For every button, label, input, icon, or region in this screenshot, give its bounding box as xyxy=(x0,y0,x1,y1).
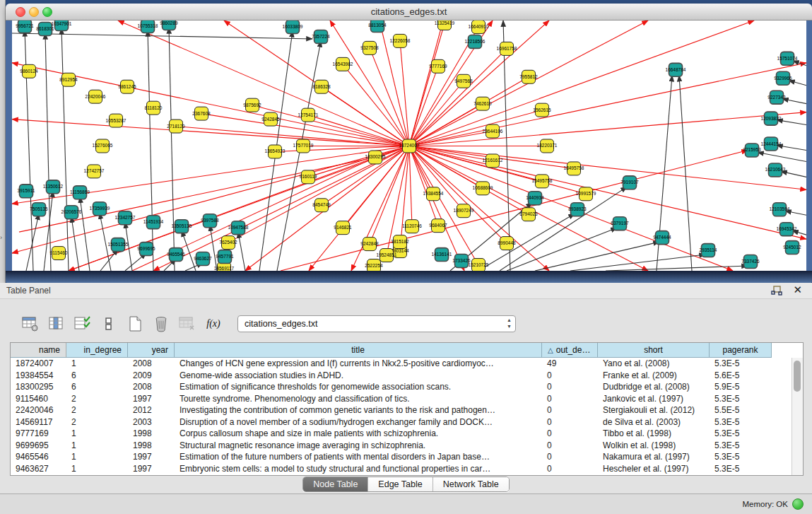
graph-node[interactable]: 9699695 xyxy=(137,243,155,256)
table-cell[interactable]: 0 xyxy=(542,417,598,427)
table-cell[interactable]: 2008 xyxy=(128,358,175,368)
table-cell[interactable]: 5.9E-5 xyxy=(710,382,772,392)
table-cell[interactable]: 49 xyxy=(542,358,598,368)
table-cell[interactable]: 1997 xyxy=(128,394,175,404)
column-header-year[interactable]: year xyxy=(128,343,175,358)
graph-node[interactable]: 1562615 xyxy=(533,103,551,117)
table-cell[interactable]: 0 xyxy=(542,464,598,474)
graph-node[interactable]: 9457791 xyxy=(216,250,234,264)
graph-node[interactable]: 8215953 xyxy=(743,144,761,157)
graph-node[interactable]: 9861245 xyxy=(118,80,136,93)
graph-node[interactable]: 13505135 xyxy=(172,220,192,233)
graph-node[interactable]: 2935114 xyxy=(700,244,717,257)
graph-node[interactable]: 7955812 xyxy=(519,70,538,83)
table-row[interactable]: 946362711997Embryonic stem cells: a mode… xyxy=(11,463,803,475)
table-cell[interactable]: Investigating the contribution of common… xyxy=(175,405,542,415)
table-cell[interactable]: 1 xyxy=(66,440,128,450)
table-cell[interactable]: 9463627 xyxy=(11,464,66,474)
graph-node[interactable]: 20206576 xyxy=(61,206,82,219)
table-cell[interactable]: 18724007 xyxy=(11,358,66,368)
graph-node[interactable]: 9684067 xyxy=(429,219,447,233)
delete-table-icon[interactable] xyxy=(178,314,196,334)
graph-node[interactable]: 12754171 xyxy=(298,108,319,122)
graph-node[interactable]: 9397588 xyxy=(201,214,219,228)
table-row[interactable]: 1938455462009Genome-wide association stu… xyxy=(11,370,803,382)
table-cell[interactable]: 0 xyxy=(542,370,598,380)
column-header-title[interactable]: title xyxy=(175,343,542,358)
column-header-name[interactable]: name xyxy=(11,343,66,358)
graph-node[interactable]: 9242848 xyxy=(360,238,379,251)
table-cell[interactable]: 9115460 xyxy=(11,394,66,404)
graph-node[interactable]: 8938923 xyxy=(568,203,587,216)
graph-node[interactable]: 9115460 xyxy=(50,247,68,260)
table-cell[interactable]: 9465546 xyxy=(11,452,66,462)
table-cell[interactable]: Genome-wide association studies in ADHD. xyxy=(175,370,542,380)
graph-node[interactable]: 15276065 xyxy=(93,139,113,153)
graph-node[interactable]: 11156869 xyxy=(70,186,90,199)
graph-node[interactable]: 9860124 xyxy=(20,64,38,78)
graph-node[interactable]: 14136141 xyxy=(432,248,452,262)
table-cell[interactable]: Yano et al. (2008) xyxy=(598,358,710,368)
table-row[interactable]: 977716911998Corpus callosum shape and si… xyxy=(11,428,803,440)
table-cell[interactable]: 0 xyxy=(542,394,598,404)
graph-node[interactable]: 9777169 xyxy=(429,59,447,73)
table-cell[interactable]: Embryonic stem cells: a model to study s… xyxy=(175,464,542,474)
graph-node[interactable]: 15495758 xyxy=(532,175,553,188)
show-columns-icon[interactable] xyxy=(47,314,66,334)
table-row[interactable]: 969969511998Structural magnetic resonanc… xyxy=(11,440,803,452)
table-cell[interactable]: 1 xyxy=(66,358,128,368)
graph-node[interactable]: 7462610 xyxy=(473,97,492,110)
table-cell[interactable]: de Silva et al. (2003) xyxy=(598,417,710,427)
graph-node[interactable]: 9474444 xyxy=(653,231,671,245)
graph-node[interactable]: 18907249 xyxy=(454,204,474,218)
graph-node[interactable]: 12742757 xyxy=(84,165,105,178)
function-builder-icon[interactable]: f(x) xyxy=(204,314,223,334)
graph-node[interactable]: 9497568 xyxy=(454,74,473,88)
table-cell[interactable]: 1998 xyxy=(128,440,175,450)
graph-node[interactable]: 11325419 xyxy=(435,21,455,30)
table-chooser-dropdown[interactable]: citations_edges.txt ▲▼ xyxy=(237,315,516,332)
table-cell[interactable]: 0 xyxy=(542,405,598,415)
graph-node[interactable]: 11350612 xyxy=(43,180,64,194)
graph-node[interactable]: 1815182 xyxy=(391,235,409,249)
graph-node[interactable]: 2367608 xyxy=(192,107,211,120)
table-cell[interactable]: 9777169 xyxy=(11,428,66,438)
cell-mode-icon[interactable] xyxy=(100,314,118,334)
graph-node[interactable]: 15751074 xyxy=(777,52,798,65)
table-row[interactable]: 946554611997Estimation of the future num… xyxy=(11,451,803,463)
table-cell[interactable]: 6 xyxy=(66,382,128,392)
graph-node[interactable]: 18300295 xyxy=(365,151,386,164)
table-cell[interactable]: 5.3E-5 xyxy=(710,452,772,462)
graph-node[interactable]: 7357224 xyxy=(312,30,330,43)
table-cell[interactable]: Tibbo et al. (1998) xyxy=(598,428,710,438)
column-header-short[interactable]: short xyxy=(598,343,710,358)
graph-node[interactable]: 7625402 xyxy=(219,236,237,250)
table-cell[interactable]: 2 xyxy=(66,394,128,404)
graph-node[interactable]: 8990448 xyxy=(498,237,516,250)
graph-node[interactable]: 9245012 xyxy=(783,241,801,255)
graph-node[interactable]: 9956721 xyxy=(16,21,34,33)
graph-node[interactable]: 12444154 xyxy=(761,137,782,151)
graph-node[interactable]: 9875692 xyxy=(243,98,261,112)
graph-node[interactable]: 16033809 xyxy=(283,21,303,33)
graph-node[interactable]: 1733426 xyxy=(452,255,471,268)
graph-node[interactable]: 2718120 xyxy=(167,119,185,133)
graph-node[interactable]: 12093832 xyxy=(761,112,782,125)
table-cell[interactable]: 22420046 xyxy=(11,405,66,415)
table-cell[interactable]: 1997 xyxy=(128,464,175,474)
graph-node[interactable]: 12226058 xyxy=(390,34,411,47)
graph-node[interactable]: 7919107 xyxy=(620,176,639,189)
table-cell[interactable]: Dudbridge et al. (2008) xyxy=(598,382,710,392)
close-panel-icon[interactable]: ✕ xyxy=(793,284,802,296)
graph-node[interactable]: 8186328 xyxy=(312,80,331,93)
column-header-out_de[interactable]: △out_de… xyxy=(542,343,598,358)
tab-node-table[interactable]: Node Table xyxy=(303,477,368,491)
graph-node[interactable]: 9146821 xyxy=(334,221,352,235)
graph-node[interactable]: 2522254 xyxy=(365,259,383,271)
table-cell[interactable]: 5.5E-5 xyxy=(710,405,772,415)
table-cell[interactable]: 5.3E-5 xyxy=(710,394,772,404)
network-graph[interactable]: 1872400712226058932750816543982818632812… xyxy=(12,21,806,271)
table-cell[interactable]: Franke et al. (2009) xyxy=(598,370,710,380)
graph-node[interactable]: 8912954 xyxy=(59,73,78,86)
tab-network-table[interactable]: Network Table xyxy=(433,477,509,491)
